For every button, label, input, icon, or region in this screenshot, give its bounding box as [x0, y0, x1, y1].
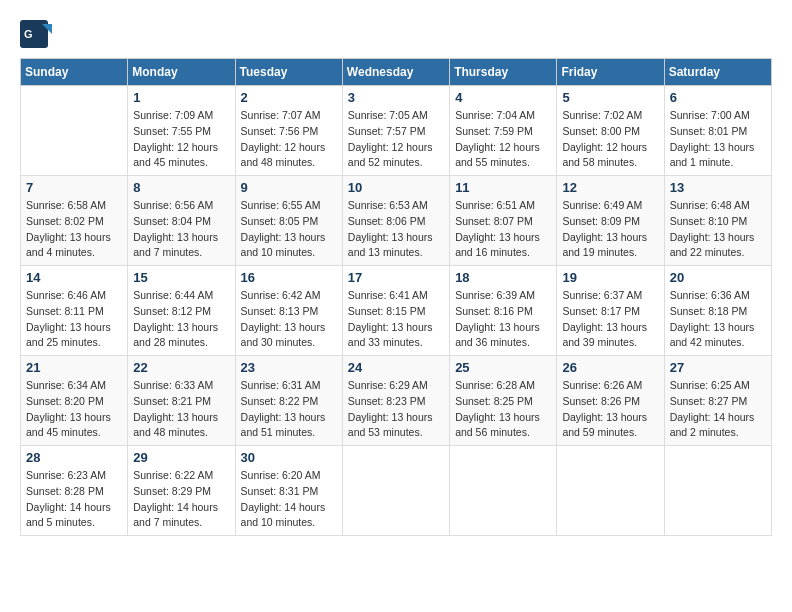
- day-number: 23: [241, 360, 337, 375]
- calendar-week-row: 21Sunrise: 6:34 AMSunset: 8:20 PMDayligh…: [21, 356, 772, 446]
- day-number: 16: [241, 270, 337, 285]
- day-info: Sunrise: 6:33 AMSunset: 8:21 PMDaylight:…: [133, 378, 229, 441]
- calendar-cell: 25Sunrise: 6:28 AMSunset: 8:25 PMDayligh…: [450, 356, 557, 446]
- day-info: Sunrise: 6:37 AMSunset: 8:17 PMDaylight:…: [562, 288, 658, 351]
- day-info: Sunrise: 6:42 AMSunset: 8:13 PMDaylight:…: [241, 288, 337, 351]
- logo: G: [20, 20, 54, 48]
- day-info: Sunrise: 6:49 AMSunset: 8:09 PMDaylight:…: [562, 198, 658, 261]
- day-number: 22: [133, 360, 229, 375]
- day-info: Sunrise: 6:29 AMSunset: 8:23 PMDaylight:…: [348, 378, 444, 441]
- calendar-cell: 15Sunrise: 6:44 AMSunset: 8:12 PMDayligh…: [128, 266, 235, 356]
- day-info: Sunrise: 6:55 AMSunset: 8:05 PMDaylight:…: [241, 198, 337, 261]
- calendar-cell: 9Sunrise: 6:55 AMSunset: 8:05 PMDaylight…: [235, 176, 342, 266]
- day-number: 19: [562, 270, 658, 285]
- weekday-header-friday: Friday: [557, 59, 664, 86]
- calendar-cell: 2Sunrise: 7:07 AMSunset: 7:56 PMDaylight…: [235, 86, 342, 176]
- day-number: 26: [562, 360, 658, 375]
- day-info: Sunrise: 6:31 AMSunset: 8:22 PMDaylight:…: [241, 378, 337, 441]
- day-info: Sunrise: 6:48 AMSunset: 8:10 PMDaylight:…: [670, 198, 766, 261]
- day-number: 11: [455, 180, 551, 195]
- calendar-week-row: 14Sunrise: 6:46 AMSunset: 8:11 PMDayligh…: [21, 266, 772, 356]
- weekday-header-tuesday: Tuesday: [235, 59, 342, 86]
- weekday-header-wednesday: Wednesday: [342, 59, 449, 86]
- calendar-cell: 28Sunrise: 6:23 AMSunset: 8:28 PMDayligh…: [21, 446, 128, 536]
- calendar-cell: [450, 446, 557, 536]
- day-info: Sunrise: 7:09 AMSunset: 7:55 PMDaylight:…: [133, 108, 229, 171]
- day-number: 12: [562, 180, 658, 195]
- calendar-cell: 29Sunrise: 6:22 AMSunset: 8:29 PMDayligh…: [128, 446, 235, 536]
- calendar-cell: 18Sunrise: 6:39 AMSunset: 8:16 PMDayligh…: [450, 266, 557, 356]
- day-number: 15: [133, 270, 229, 285]
- day-number: 28: [26, 450, 122, 465]
- calendar-cell: 14Sunrise: 6:46 AMSunset: 8:11 PMDayligh…: [21, 266, 128, 356]
- calendar-cell: 6Sunrise: 7:00 AMSunset: 8:01 PMDaylight…: [664, 86, 771, 176]
- calendar-cell: 10Sunrise: 6:53 AMSunset: 8:06 PMDayligh…: [342, 176, 449, 266]
- day-info: Sunrise: 6:23 AMSunset: 8:28 PMDaylight:…: [26, 468, 122, 531]
- calendar-week-row: 28Sunrise: 6:23 AMSunset: 8:28 PMDayligh…: [21, 446, 772, 536]
- calendar-week-row: 7Sunrise: 6:58 AMSunset: 8:02 PMDaylight…: [21, 176, 772, 266]
- calendar-header: SundayMondayTuesdayWednesdayThursdayFrid…: [21, 59, 772, 86]
- calendar-cell: 26Sunrise: 6:26 AMSunset: 8:26 PMDayligh…: [557, 356, 664, 446]
- day-info: Sunrise: 6:36 AMSunset: 8:18 PMDaylight:…: [670, 288, 766, 351]
- day-info: Sunrise: 7:00 AMSunset: 8:01 PMDaylight:…: [670, 108, 766, 171]
- day-number: 20: [670, 270, 766, 285]
- day-info: Sunrise: 6:56 AMSunset: 8:04 PMDaylight:…: [133, 198, 229, 261]
- calendar-cell: 24Sunrise: 6:29 AMSunset: 8:23 PMDayligh…: [342, 356, 449, 446]
- day-info: Sunrise: 6:28 AMSunset: 8:25 PMDaylight:…: [455, 378, 551, 441]
- calendar-cell: [557, 446, 664, 536]
- calendar-week-row: 1Sunrise: 7:09 AMSunset: 7:55 PMDaylight…: [21, 86, 772, 176]
- day-number: 5: [562, 90, 658, 105]
- day-number: 10: [348, 180, 444, 195]
- day-info: Sunrise: 7:05 AMSunset: 7:57 PMDaylight:…: [348, 108, 444, 171]
- day-number: 30: [241, 450, 337, 465]
- day-number: 7: [26, 180, 122, 195]
- day-info: Sunrise: 6:58 AMSunset: 8:02 PMDaylight:…: [26, 198, 122, 261]
- day-number: 24: [348, 360, 444, 375]
- weekday-header-saturday: Saturday: [664, 59, 771, 86]
- calendar-cell: 17Sunrise: 6:41 AMSunset: 8:15 PMDayligh…: [342, 266, 449, 356]
- calendar-cell: 1Sunrise: 7:09 AMSunset: 7:55 PMDaylight…: [128, 86, 235, 176]
- calendar-cell: 5Sunrise: 7:02 AMSunset: 8:00 PMDaylight…: [557, 86, 664, 176]
- day-number: 9: [241, 180, 337, 195]
- calendar-cell: [342, 446, 449, 536]
- calendar-cell: 16Sunrise: 6:42 AMSunset: 8:13 PMDayligh…: [235, 266, 342, 356]
- day-number: 8: [133, 180, 229, 195]
- day-info: Sunrise: 7:07 AMSunset: 7:56 PMDaylight:…: [241, 108, 337, 171]
- calendar-cell: 11Sunrise: 6:51 AMSunset: 8:07 PMDayligh…: [450, 176, 557, 266]
- day-number: 21: [26, 360, 122, 375]
- day-number: 3: [348, 90, 444, 105]
- day-info: Sunrise: 6:46 AMSunset: 8:11 PMDaylight:…: [26, 288, 122, 351]
- day-info: Sunrise: 6:51 AMSunset: 8:07 PMDaylight:…: [455, 198, 551, 261]
- day-info: Sunrise: 6:26 AMSunset: 8:26 PMDaylight:…: [562, 378, 658, 441]
- day-info: Sunrise: 6:41 AMSunset: 8:15 PMDaylight:…: [348, 288, 444, 351]
- page-header: G: [20, 20, 772, 48]
- day-number: 2: [241, 90, 337, 105]
- weekday-header-sunday: Sunday: [21, 59, 128, 86]
- calendar-cell: 19Sunrise: 6:37 AMSunset: 8:17 PMDayligh…: [557, 266, 664, 356]
- day-info: Sunrise: 6:53 AMSunset: 8:06 PMDaylight:…: [348, 198, 444, 261]
- calendar-table: SundayMondayTuesdayWednesdayThursdayFrid…: [20, 58, 772, 536]
- calendar-cell: [664, 446, 771, 536]
- day-info: Sunrise: 6:44 AMSunset: 8:12 PMDaylight:…: [133, 288, 229, 351]
- day-number: 14: [26, 270, 122, 285]
- day-number: 4: [455, 90, 551, 105]
- day-info: Sunrise: 6:39 AMSunset: 8:16 PMDaylight:…: [455, 288, 551, 351]
- calendar-cell: 27Sunrise: 6:25 AMSunset: 8:27 PMDayligh…: [664, 356, 771, 446]
- calendar-cell: 12Sunrise: 6:49 AMSunset: 8:09 PMDayligh…: [557, 176, 664, 266]
- calendar-cell: 13Sunrise: 6:48 AMSunset: 8:10 PMDayligh…: [664, 176, 771, 266]
- day-info: Sunrise: 6:34 AMSunset: 8:20 PMDaylight:…: [26, 378, 122, 441]
- day-info: Sunrise: 6:20 AMSunset: 8:31 PMDaylight:…: [241, 468, 337, 531]
- day-number: 18: [455, 270, 551, 285]
- weekday-header-monday: Monday: [128, 59, 235, 86]
- calendar-cell: 22Sunrise: 6:33 AMSunset: 8:21 PMDayligh…: [128, 356, 235, 446]
- day-number: 13: [670, 180, 766, 195]
- day-info: Sunrise: 7:04 AMSunset: 7:59 PMDaylight:…: [455, 108, 551, 171]
- calendar-cell: 30Sunrise: 6:20 AMSunset: 8:31 PMDayligh…: [235, 446, 342, 536]
- calendar-cell: 3Sunrise: 7:05 AMSunset: 7:57 PMDaylight…: [342, 86, 449, 176]
- day-number: 27: [670, 360, 766, 375]
- day-info: Sunrise: 7:02 AMSunset: 8:00 PMDaylight:…: [562, 108, 658, 171]
- calendar-cell: 8Sunrise: 6:56 AMSunset: 8:04 PMDaylight…: [128, 176, 235, 266]
- day-info: Sunrise: 6:22 AMSunset: 8:29 PMDaylight:…: [133, 468, 229, 531]
- calendar-cell: 23Sunrise: 6:31 AMSunset: 8:22 PMDayligh…: [235, 356, 342, 446]
- calendar-cell: [21, 86, 128, 176]
